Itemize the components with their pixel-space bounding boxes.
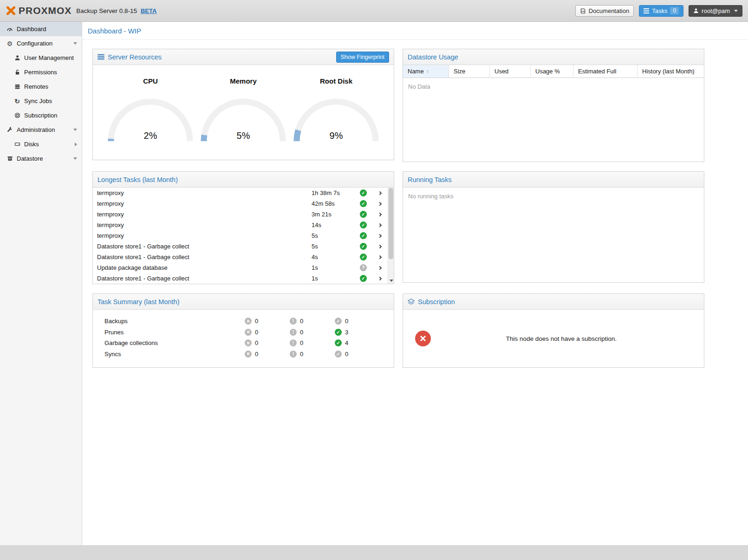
error-count-icon <box>245 329 252 336</box>
column-header-estimated-full[interactable]: Estimated Full <box>573 65 637 78</box>
gauge-label: Memory <box>230 77 257 85</box>
task-row[interactable]: termproxy 14s <box>93 220 388 230</box>
open-task-chevron-icon[interactable] <box>373 245 388 248</box>
warning-count-icon <box>290 329 297 336</box>
gauge-label: Root Disk <box>320 77 352 85</box>
sidebar-item-label: Datastore <box>17 155 43 162</box>
subscription-message: This node does not have a subscription. <box>431 335 692 342</box>
open-task-chevron-icon[interactable] <box>373 256 388 259</box>
sidebar-item-label: Administration <box>17 126 55 133</box>
vertical-scrollbar[interactable] <box>388 188 394 284</box>
ok-count-icon <box>335 329 342 336</box>
summary-row: Syncs 0 0 0 <box>93 349 394 360</box>
dashboard-icon <box>6 26 14 33</box>
server-resources-icon <box>98 54 104 60</box>
longest-tasks-list: termproxy 1h 38m 7s termproxy 42m 58s <box>93 188 394 284</box>
error-count-icon <box>245 318 252 325</box>
task-row[interactable]: termproxy 5s <box>93 230 388 241</box>
sidebar-item-label: Configuration <box>17 40 52 47</box>
sidebar-item-label: Dashboard <box>17 26 46 33</box>
gauge-value: 5% <box>200 130 286 141</box>
sidebar-item-disks[interactable]: Disks <box>0 137 82 151</box>
sidebar-item-permissions[interactable]: Permissions <box>0 65 82 79</box>
tasks-label: Tasks <box>652 7 667 14</box>
sidebar-item-datastore[interactable]: Datastore <box>0 151 82 166</box>
column-header-used[interactable]: Used <box>490 65 531 78</box>
cpu-gauge: CPU 2% <box>107 77 194 142</box>
ok-count-icon <box>335 339 342 346</box>
book-icon <box>580 8 586 14</box>
task-list-icon <box>644 8 649 13</box>
app-window: PROXMOX Backup Server 0.8-15 BETA Docume… <box>0 0 748 545</box>
ok-count-icon <box>335 351 342 358</box>
scrollbar-thumb[interactable] <box>389 188 393 259</box>
sidebar-item-dashboard[interactable]: Dashboard <box>0 22 82 36</box>
task-status-icon <box>360 232 367 239</box>
gauge-value: 9% <box>293 130 379 141</box>
user-icon <box>693 8 699 13</box>
open-task-chevron-icon[interactable] <box>373 202 388 205</box>
task-status-icon <box>360 221 367 228</box>
column-header-name[interactable]: Name ↑ <box>403 65 449 78</box>
root-disk-gauge: Root Disk 9% <box>293 77 380 142</box>
user-menu-label: root@pam <box>702 7 730 14</box>
documentation-label: Documentation <box>589 7 629 14</box>
task-row[interactable]: Update package database 1s <box>93 262 388 273</box>
warning-count-icon <box>290 339 297 346</box>
show-fingerprint-button[interactable]: Show Fingerprint <box>336 52 390 63</box>
task-status-icon <box>360 243 367 250</box>
running-tasks-title: Running Tasks <box>408 176 452 183</box>
datastore-usage-column-headers: Name ↑ Size Used Usage % Estimated Full … <box>403 65 704 78</box>
sort-ascending-icon: ↑ <box>426 68 429 75</box>
sidebar-item-label: Sync Jobs <box>24 98 52 104</box>
subscription-title: Subscription <box>408 298 455 306</box>
task-row[interactable]: termproxy 1h 38m 7s <box>93 188 388 198</box>
unlock-icon <box>13 69 21 75</box>
column-header-size[interactable]: Size <box>449 65 490 78</box>
documentation-button[interactable]: Documentation <box>575 5 634 17</box>
task-status-icon <box>360 200 367 207</box>
archive-icon <box>6 156 14 162</box>
sidebar-item-remotes[interactable]: Remotes <box>0 79 82 94</box>
longest-tasks-title: Longest Tasks (last Month) <box>98 176 178 183</box>
user-menu-button[interactable]: root@pam <box>689 5 742 17</box>
open-task-chevron-icon[interactable] <box>373 192 388 195</box>
beta-link[interactable]: BETA <box>141 7 156 14</box>
collapse-caret-icon[interactable] <box>73 42 77 45</box>
task-row[interactable]: termproxy 42m 58s <box>93 198 388 209</box>
main-content: Dashboard - WIP Server Resources Show Fi… <box>82 22 748 545</box>
subscription-panel: Subscription × This node does not have a… <box>403 293 704 368</box>
datastore-usage-panel: Datastore Usage Name ↑ Size Used Usage %… <box>403 49 704 162</box>
summary-row: Backups 0 0 0 <box>93 316 394 327</box>
column-header-history[interactable]: History (last Month) <box>637 65 704 78</box>
sidebar-item-administration[interactable]: Administration <box>0 123 82 137</box>
open-task-chevron-icon[interactable] <box>373 277 388 280</box>
open-task-chevron-icon[interactable] <box>373 267 388 269</box>
collapse-caret-icon[interactable] <box>73 157 77 160</box>
open-task-chevron-icon[interactable] <box>373 234 388 237</box>
column-header-usage-pct[interactable]: Usage % <box>531 65 573 78</box>
collapse-caret-icon[interactable] <box>73 129 77 131</box>
sidebar-item-configuration[interactable]: ⚙ Configuration <box>0 36 82 51</box>
page-title: Dashboard - WIP <box>82 22 748 40</box>
tasks-button[interactable]: Tasks 0 <box>639 5 683 17</box>
scroll-down-arrow[interactable] <box>388 277 394 284</box>
expand-caret-icon[interactable] <box>75 143 77 146</box>
memory-gauge: Memory 5% <box>200 77 287 142</box>
refresh-icon: ↻ <box>13 98 21 104</box>
task-row[interactable]: Datastore store1 - Garbage collect 5s <box>93 241 388 252</box>
sidebar-item-sync-jobs[interactable]: ↻ Sync Jobs <box>0 94 82 108</box>
task-status-icon <box>360 254 367 260</box>
task-row[interactable]: Datastore store1 - Garbage collect 4s <box>93 252 388 262</box>
life-ring-icon <box>13 112 21 118</box>
sidebar-item-subscription[interactable]: Subscription <box>0 108 82 123</box>
sidebar-item-user-management[interactable]: User Management <box>0 51 82 65</box>
open-task-chevron-icon[interactable] <box>373 224 388 227</box>
task-row[interactable]: Datastore store1 - Garbage collect 1s <box>93 273 388 284</box>
task-row[interactable]: termproxy 3m 21s <box>93 209 388 220</box>
sidebar: Dashboard ⚙ Configuration User Managemen… <box>0 22 82 545</box>
app-title: Backup Server 0.8-15 <box>76 7 137 14</box>
open-task-chevron-icon[interactable] <box>373 213 388 216</box>
running-tasks-panel: Running Tasks No running tasks <box>403 171 704 283</box>
task-summary-panel: Task Summary (last Month) Backups 0 0 0 … <box>92 293 394 368</box>
